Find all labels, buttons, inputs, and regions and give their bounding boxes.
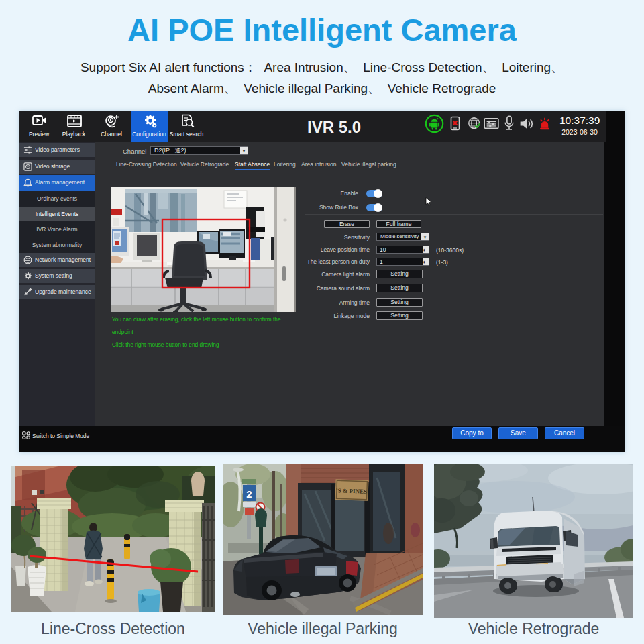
svg-text:’S & PINES: ’S & PINES (336, 487, 368, 495)
svg-text:2: 2 (246, 488, 252, 500)
